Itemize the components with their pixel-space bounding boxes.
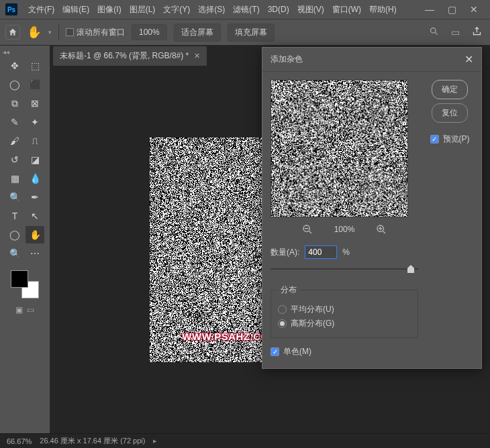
blur-tool[interactable]: 💧 [26,170,44,187]
menu-edit[interactable]: 编辑(E) [58,4,93,15]
eyedropper-tool[interactable]: ✎ [5,113,24,131]
status-zoom: 66.67% [7,437,32,445]
radio-icon [278,319,287,328]
uniform-radio[interactable]: 平均分布(U) [278,304,411,315]
fg-color[interactable] [11,270,28,288]
dodge-tool[interactable]: 🔍 [5,188,24,206]
shape-tool[interactable]: ◯ [5,226,24,243]
svg-line-1 [435,32,437,34]
lasso-tool[interactable]: ◯ [5,76,24,93]
quickmask-icon[interactable]: ▣ [15,305,23,315]
menu-filter[interactable]: 滤镜(T) [229,4,263,15]
menu-type[interactable]: 文字(Y) [159,4,194,15]
screenmode-icon[interactable]: ▭ [27,305,34,315]
home-button[interactable] [5,25,20,40]
checkbox-icon [430,135,439,144]
dialog-close-icon[interactable]: ✕ [464,53,473,66]
zoom-out-icon[interactable] [301,223,314,236]
slider-thumb[interactable] [407,265,414,273]
quick-select-tool[interactable]: ⬛ [26,76,44,93]
history-brush-tool[interactable]: ↺ [5,151,24,168]
document-tab[interactable]: 未标题-1 @ 66.7% (背景, RGB/8#) * ✕ [53,46,207,66]
dialog-title: 添加杂色 [271,54,303,65]
svg-point-0 [431,28,436,34]
distribution-group: 分布 平均分布(U) 高斯分布(G) [271,284,418,338]
menu-select[interactable]: 选择(S) [194,4,229,15]
color-swatch[interactable] [11,270,39,298]
menu-view[interactable]: 视图(V) [293,4,328,15]
clone-tool[interactable]: ⎍ [26,132,44,150]
fit-screen-button[interactable]: 适合屏幕 [174,23,221,42]
radio-icon [278,305,287,314]
noise-preview-image [271,80,407,217]
dropdown-caret-icon[interactable]: ▾ [48,29,52,36]
zoom-percent[interactable]: 100% [132,24,167,40]
path-select-tool[interactable]: ↖ [26,207,44,225]
gaussian-radio[interactable]: 高斯分布(G) [278,318,411,329]
menu-layer[interactable]: 图层(L) [126,4,160,15]
menu-image[interactable]: 图像(I) [93,4,125,15]
marquee-tool[interactable]: ⬚ [26,57,44,74]
monochrome-check[interactable]: 单色(M) [271,346,418,357]
menu-3d[interactable]: 3D(D) [264,5,293,14]
menu-window[interactable]: 窗口(W) [328,4,365,15]
svg-line-4 [309,231,311,233]
zoom-tool[interactable]: 🔍 [5,245,24,262]
preview-zoom: 100% [334,225,355,234]
amount-label: 数量(A): [271,247,299,258]
status-caret-icon[interactable]: ▸ [153,437,157,445]
reset-button[interactable]: 复位 [432,103,468,123]
separator [58,24,59,40]
slider-track [271,268,418,270]
hand-tool[interactable]: ✋ [26,226,44,243]
fill-screen-button[interactable]: 填充屏幕 [228,23,275,42]
pen-tool[interactable]: ✒ [26,188,44,206]
search-icon[interactable] [429,26,439,38]
svg-line-8 [383,231,385,233]
window-maximize[interactable]: ▢ [441,4,463,15]
menu-file[interactable]: 文件(F) [24,4,58,15]
menu-help[interactable]: 帮助(H) [365,4,401,15]
ps-logo: Ps [5,3,17,15]
share-icon[interactable] [472,26,482,38]
status-dimensions: 26.46 厘米 x 17.64 厘米 (72 ppi) [40,436,145,446]
crop-tool[interactable]: ⧉ [5,95,24,112]
hand-tool-icon: ✋ [27,25,42,40]
eraser-tool[interactable]: ◪ [26,151,44,168]
tab-title: 未标题-1 @ 66.7% (背景, RGB/8#) * [60,50,189,62]
distribution-legend: 分布 [278,284,299,296]
window-minimize[interactable]: — [418,4,441,15]
scroll-all-windows[interactable]: 滚动所有窗口 [66,27,125,38]
frame-tool[interactable]: ⊠ [26,95,44,112]
window-close[interactable]: ✕ [463,4,485,15]
brush-tool[interactable]: 🖌 [5,132,24,150]
noise-preview[interactable] [271,80,408,217]
checkbox-icon [66,28,74,36]
collapse-icon[interactable]: ◂◂ [3,48,9,56]
preview-check[interactable]: 预览(P) [430,133,470,145]
more-tools[interactable]: ⋯ [26,245,44,262]
home-icon [8,27,17,37]
gradient-tool[interactable]: ▦ [5,170,24,187]
amount-input[interactable] [305,245,337,259]
toolbox: ◂◂ ✥ ⬚ ◯ ⬛ ⧉ ⊠ ✎ ✦ 🖌 ⎍ ↺ ◪ ▦ 💧 🔍 ✒ T ↖ ◯… [0,46,50,433]
move-tool[interactable]: ✥ [5,57,24,74]
healing-tool[interactable]: ✦ [26,113,44,131]
amount-slider[interactable] [271,263,418,275]
tab-close-icon[interactable]: ✕ [194,52,200,60]
checkbox-icon [271,347,279,356]
ok-button[interactable]: 确定 [432,80,468,99]
type-tool[interactable]: T [5,207,24,225]
amount-unit: % [342,247,350,257]
zoom-in-icon[interactable] [375,223,388,236]
workspace-icon[interactable]: ▭ [451,27,460,38]
add-noise-dialog: 添加杂色 ✕ 100% 数量(A): % [262,47,482,369]
